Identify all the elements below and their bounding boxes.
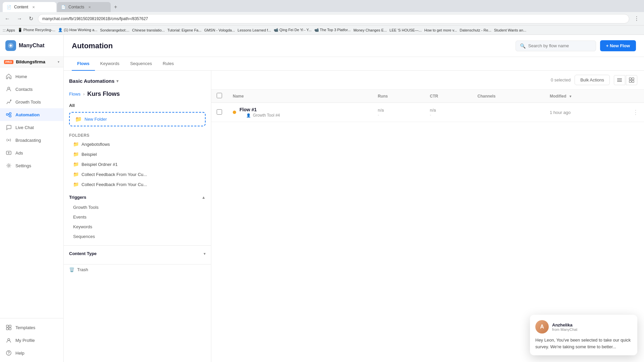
new-flow-button[interactable]: + New Flow xyxy=(600,40,636,51)
trigger-growth-tools[interactable]: Growth Tools xyxy=(64,202,211,212)
triggers-toggle[interactable]: Triggers ▲ xyxy=(64,192,211,202)
bookmark-1[interactable]: 📱 Phone Recycling-... xyxy=(18,28,55,32)
account-switcher[interactable]: PRO Bildungsfirma ▾ xyxy=(0,57,63,67)
chat-message[interactable]: Hey Leon, You've been selected to take o… xyxy=(535,337,632,350)
sidebar-item-my-profile[interactable]: My Profile xyxy=(0,334,63,347)
svg-rect-3 xyxy=(6,114,8,115)
content-type-toggle[interactable]: Content Type ▾ xyxy=(64,248,211,259)
bookmark-3[interactable]: Sonderangebot:... xyxy=(100,28,129,32)
bookmark-4[interactable]: Chinese translatio... xyxy=(132,28,165,32)
bookmark-9[interactable]: 📹 The Top 3 Platfor... xyxy=(314,28,351,32)
sidebar-item-live-chat[interactable]: Live Chat xyxy=(0,121,63,134)
tab-bar: 📄 Content ✕ 📄 Contacts ✕ + xyxy=(0,0,644,12)
svg-point-1 xyxy=(8,87,10,89)
folder-collect-1[interactable]: 📁 Collect Feedback From Your Cu... xyxy=(64,169,211,179)
search-input[interactable] xyxy=(528,43,592,48)
flow-name[interactable]: Flow #1 xyxy=(239,107,280,112)
row-actions-menu[interactable]: ⋮ xyxy=(633,109,639,116)
chevron-down-icon: ▾ xyxy=(58,60,59,64)
settings-icon xyxy=(5,162,12,169)
tab-contacts[interactable]: 📄 Contacts ✕ xyxy=(57,2,111,12)
sidebar-nav: Home Contacts Growth Tools Automation xyxy=(0,67,63,318)
bookmark-7[interactable]: Lessons Learned f... xyxy=(237,28,271,32)
sidebar-item-contacts[interactable]: Contacts xyxy=(0,83,63,96)
home-label: Home xyxy=(15,74,27,79)
col-name: Name xyxy=(227,89,372,103)
chat-sender-org: from ManyChat xyxy=(552,327,577,331)
folder-icon: 📁 xyxy=(73,162,79,167)
folder-collect-2[interactable]: 📁 Collect Feedback From Your Cu... xyxy=(64,179,211,189)
sidebar-item-help[interactable]: Help xyxy=(0,347,63,359)
account-name: Bildungsfirma xyxy=(16,59,55,64)
bookmark-8[interactable]: 📹 Qing Fei De Yi - Y... xyxy=(274,28,312,32)
contacts-icon xyxy=(5,86,12,93)
bookmark-13[interactable]: Datenschutz - Re... xyxy=(460,28,491,32)
svg-rect-4 xyxy=(9,113,11,114)
flow-modified: 1 hour ago xyxy=(550,110,571,115)
trigger-events[interactable]: Events xyxy=(64,212,211,222)
tab-close-contacts[interactable]: ✕ xyxy=(88,5,91,9)
flows-table: Name Runs CTR Channels Modified ▼ xyxy=(211,89,644,122)
tab-rules[interactable]: Rules xyxy=(157,57,179,71)
breadcrumb-parent[interactable]: Flows xyxy=(69,92,80,97)
basic-automations-button[interactable]: Basic Automations ▾ xyxy=(69,78,118,84)
bookmark-11[interactable]: LEE 'S HOUSE—... xyxy=(389,28,422,32)
sidebar-item-broadcasting[interactable]: Broadcasting xyxy=(0,134,63,146)
new-tab-button[interactable]: + xyxy=(111,3,120,11)
triggers-section: Triggers ▲ Growth Tools Events Keywords … xyxy=(64,189,211,244)
folder-angebotsflows[interactable]: 📁 Angebotsflows xyxy=(64,139,211,149)
content-type-section: Content Type ▾ xyxy=(64,245,211,261)
new-folder-button[interactable]: 📁 New Folder xyxy=(69,112,206,126)
tab-flows[interactable]: Flows xyxy=(72,57,95,71)
sidebar-item-settings[interactable]: Settings xyxy=(0,159,63,172)
svg-point-15 xyxy=(8,354,9,355)
search-icon: 🔍 xyxy=(520,43,526,49)
bookmark-12[interactable]: How to get more v... xyxy=(424,28,457,32)
refresh-button[interactable]: ↻ xyxy=(27,15,35,22)
sidebar-item-templates[interactable]: Templates xyxy=(0,321,63,334)
svg-rect-19 xyxy=(629,78,631,80)
growth-tools-label: Growth Tools xyxy=(15,100,41,105)
chat-header: A Anzhelika from ManyChat xyxy=(535,320,632,334)
tab-content[interactable]: 📄 Content ✕ xyxy=(3,2,56,12)
folder-icon: 📁 xyxy=(73,172,79,177)
table-toolbar: 0 selected Bulk Actions xyxy=(211,71,644,89)
app-wrapper: ManyChat PRO Bildungsfirma ▾ Home Contac… xyxy=(0,35,644,362)
forward-button[interactable]: → xyxy=(15,15,24,22)
extensions-button[interactable]: ⋮ xyxy=(632,15,641,22)
url-bar[interactable]: manychat.com/fb/198150208192061B/cms/fpa… xyxy=(38,14,629,23)
svg-rect-18 xyxy=(617,81,622,82)
profile-icon xyxy=(5,337,12,344)
bookmark-apps[interactable]: ::: Apps xyxy=(3,28,15,32)
sidebar-footer: Templates My Profile Help xyxy=(0,318,63,362)
trigger-keywords[interactable]: Keywords xyxy=(64,222,211,232)
bookmark-5[interactable]: Tutorial: Eigene Fa... xyxy=(167,28,202,32)
sidebar-item-growth-tools[interactable]: Growth Tools xyxy=(0,96,63,108)
bulk-actions-button[interactable]: Bulk Actions xyxy=(575,75,610,85)
folder-icon: 📁 xyxy=(73,152,79,157)
tab-close-content[interactable]: ✕ xyxy=(32,5,35,9)
folder-beispiel-ordner[interactable]: 📁 Beispiel Ordner #1 xyxy=(64,159,211,169)
list-view-button[interactable] xyxy=(614,75,625,85)
bookmark-6[interactable]: GMSN - Vologda... xyxy=(204,28,235,32)
sidebar-item-ads[interactable]: Ads xyxy=(0,146,63,159)
bookmarks-bar: ::: Apps 📱 Phone Recycling-... 👤 (1) How… xyxy=(0,25,644,35)
back-button[interactable]: ← xyxy=(3,15,12,22)
trash-item[interactable]: 🗑️ Trash xyxy=(64,264,211,275)
bookmark-10[interactable]: Money Changes E... xyxy=(354,28,387,32)
address-bar: ← → ↻ manychat.com/fb/198150208192061B/c… xyxy=(0,12,644,25)
bookmark-14[interactable]: Student Wants an... xyxy=(494,28,526,32)
sidebar-item-home[interactable]: Home xyxy=(0,70,63,83)
trigger-sequences[interactable]: Sequences xyxy=(64,232,211,241)
sidebar-item-automation[interactable]: Automation xyxy=(0,108,63,121)
flow-row-checkbox[interactable] xyxy=(217,109,222,115)
sort-icon: ▼ xyxy=(569,95,572,98)
grid-view-button[interactable] xyxy=(626,75,637,85)
bookmark-2[interactable]: 👤 (1) How Working a... xyxy=(58,28,97,32)
tab-keywords[interactable]: Keywords xyxy=(95,57,125,71)
folder-beispiel[interactable]: 📁 Beispiel xyxy=(64,149,211,159)
select-all-checkbox[interactable] xyxy=(217,93,222,98)
col-ctr: CTR xyxy=(425,89,472,103)
col-modified[interactable]: Modified ▼ xyxy=(544,89,627,103)
tab-sequences[interactable]: Sequences xyxy=(125,57,157,71)
